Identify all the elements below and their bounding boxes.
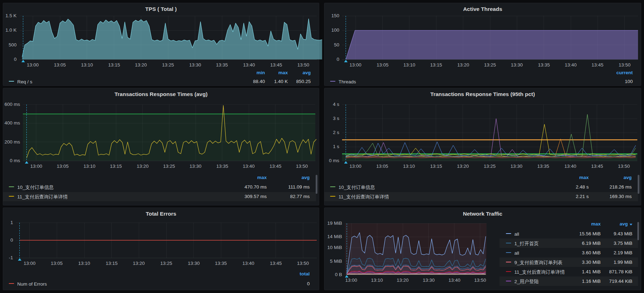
stat-avg: 82.77 ms [271,192,310,201]
x-axis-tick: 13:05 [48,62,72,68]
panel-title-active-threads[interactable]: Active Threads [324,6,641,12]
panel-title-response-95pct[interactable]: Transactions Response Times (95th pct) [324,91,641,97]
legend-header-avg-sorted[interactable]: avg [594,221,632,227]
chart-rt_95[interactable] [342,104,637,161]
legend-label[interactable]: all [514,250,519,256]
legend-stat-headers: min max avg [3,70,316,77]
legend-label[interactable]: 10_支付订单信息 [17,185,54,190]
legend-label[interactable]: 11_支付后查询订单详情 [514,269,565,275]
stat-total: 0 [271,279,310,288]
legend-label[interactable]: 9_支付前查询订单列表 [514,260,563,265]
x-axis-tick: 13:15 [424,164,448,169]
y-axis-tick: 0 B [324,272,342,277]
legend-label[interactable]: 10_支付订单信息 [339,185,375,190]
x-axis-tick: 13:25 [154,261,179,266]
x-axis-tick: 13:10 [77,164,102,169]
x-axis-tick: 13:50 [291,261,315,266]
stat-avg: 850.25 [272,77,311,86]
x-axis-tick: 13:00 [17,261,42,266]
x-axis-tick: 13:15 [424,62,448,68]
legend-label[interactable]: Req / s [17,79,32,84]
legend-label[interactable]: 2_用户登陆 [514,279,539,284]
legend-scrollbar[interactable] [638,175,639,194]
legend-scrollbar[interactable] [637,222,639,240]
chart-threads[interactable] [342,16,638,59]
legend-row[interactable]: 9_支付前查询订单列表 3.30 MiB 1.99 MiB [500,257,638,267]
panel-title-response-avg[interactable]: Transactions Response Times (avg) [3,91,319,97]
legend-label[interactable]: 11_支付后查询订单详情 [17,194,68,199]
panel-title-network-traffic[interactable]: Network Traffic [324,211,641,217]
panel-title-total-errors[interactable]: Total Errors [3,211,319,217]
x-axis-tick: 13:30 [504,164,529,169]
legend-header-max[interactable]: max [228,175,267,180]
legend-row-errors[interactable]: Num of Errors 0 [3,279,316,288]
series-color-dash [506,271,511,272]
x-axis-tick: 13:45 [263,164,288,169]
x-axis-tick: 13:45 [585,62,610,68]
x-axis-tick: 13:30 [183,62,208,68]
legend-row-reqs[interactable]: Req / s 88.40 1.40 K 850.25 [3,77,316,86]
panel-tps: TPS ( Total ) min max avg Req / s 88.40 … [3,3,319,86]
legend-row[interactable]: 10_支付订单信息 470.70 ms 111.09 ms [3,183,316,192]
y-axis-tick: 10 MiB [324,245,342,250]
legend-header-avg[interactable]: avg [271,175,310,180]
panel-title-tps[interactable]: TPS ( Total ) [3,6,319,12]
legend-label[interactable]: all [514,231,519,237]
sort-caret-icon [630,224,632,225]
series-color-dash [506,243,511,244]
legend-header-avg[interactable]: avg [272,70,311,75]
x-axis-tick: 13:25 [156,62,180,68]
legend-header-avg[interactable]: avg [593,175,632,180]
chart-network[interactable] [345,223,487,275]
stat-max: 2.21 s [550,192,589,201]
legend-stat-headers: max avg [3,175,316,182]
series-color-dash [9,186,14,187]
legend-row[interactable]: 11_支付后查询订单详情 309.57 ms 82.77 ms [3,192,316,201]
y-axis-tick: 0 [324,57,339,62]
legend-label[interactable]: Threads [339,79,356,84]
legend-label[interactable]: 1_打开首页 [514,241,539,246]
legend-row[interactable]: 10_支付订单信息 2.48 s 218.26 ms [324,183,638,192]
legend-stat-headers: max avg [500,221,638,228]
series-color-dash [330,81,335,82]
x-axis-tick: 13:20 [451,164,475,169]
legend-row[interactable]: 11_支付后查询订单详情 2.21 s 169.30 ms [324,192,638,201]
series-color-dash [506,233,511,234]
legend-label[interactable]: 11_支付后查询订单详情 [339,194,389,199]
y-axis-tick: 4 s [324,102,339,107]
legend-header-current[interactable]: current [594,70,633,75]
x-axis-tick: 13:35 [209,261,233,266]
y-axis-tick: 1.5 K [3,13,17,18]
x-axis-tick: 13:40 [442,278,467,283]
series-color-dash [9,81,14,82]
legend-row[interactable]: 1_打开首页 6.19 MiB 3.75 MiB [500,238,638,248]
chart-tps[interactable] [19,16,317,59]
legend-scrollbar[interactable] [316,175,317,194]
x-axis-tick: 13:45 [585,164,609,169]
series-color-dash [506,252,511,253]
x-axis-tick: 13:10 [365,278,389,283]
chart-errors[interactable] [16,223,317,258]
series-color-dash [9,283,14,284]
x-axis-tick: 13:25 [157,164,181,169]
x-axis-tick: 13:40 [558,62,583,68]
grafana-dashboard: { "panels": { "tps": { "title": "TPS ( T… [0,0,644,293]
chart-rt_avg[interactable] [23,104,315,161]
x-axis-tick: 13:50 [290,164,314,169]
x-axis-tick: 13:40 [236,164,261,169]
y-axis-tick: 500 [3,42,17,47]
y-axis-tick: 14 MiB [324,234,342,239]
y-axis-tick: 600 ms [3,102,20,107]
legend-header-total[interactable]: total [271,271,310,276]
stat-avg: 2.19 MiB [594,248,632,257]
stat-avg: 169.30 ms [593,192,632,201]
legend-row[interactable]: all 3.60 MiB 2.19 MiB [500,248,638,257]
x-axis-tick: 13:15 [104,164,128,169]
legend-label[interactable]: Num of Errors [17,281,47,287]
y-axis-tick: 1 [3,220,13,225]
legend-row[interactable]: all 15.56 MiB 9.43 MiB [500,229,638,238]
legend-header-max[interactable]: max [550,175,589,180]
legend-row-threads[interactable]: Threads 100 [324,77,638,86]
legend-row[interactable]: 2_用户登陆 1.16 MiB 719.44 KiB [500,276,638,286]
legend-row[interactable]: 11_支付后查询订单详情 1.41 MiB 871.78 KiB [500,267,638,276]
